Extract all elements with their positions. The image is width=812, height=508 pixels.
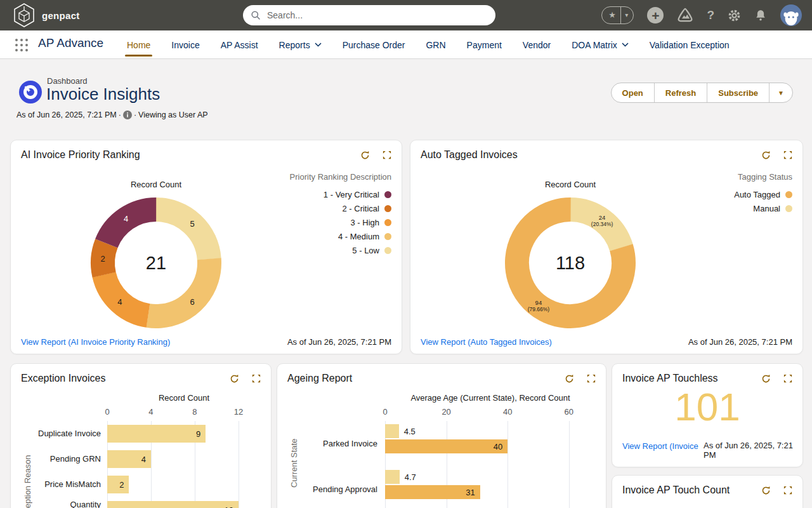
tab-payment[interactable]: Payment [467, 30, 502, 59]
genpact-logo-icon [13, 3, 36, 28]
global-search[interactable] [243, 5, 495, 25]
tab-reports[interactable]: Reports [279, 30, 322, 59]
setup-gear-icon[interactable] [728, 9, 741, 22]
refresh-button[interactable]: Refresh [654, 83, 707, 102]
widget-asof: As of Jun 26, 2025, 7:21 PM [704, 441, 796, 460]
app-launcher-icon[interactable] [14, 37, 29, 53]
expand-icon[interactable] [783, 150, 792, 159]
bar-chart: Current State Average Age (Current State… [287, 393, 596, 508]
bar-plot-zone: 9 [107, 421, 261, 446]
x-axis-tick-label: 60 [565, 407, 573, 417]
legend-dot [785, 191, 792, 198]
global-actions-icon[interactable]: + [647, 7, 664, 23]
dashboard-asof-line: As of Jun 26, 2025, 7:21 PM · · Viewing … [16, 110, 208, 119]
tab-purchase-order[interactable]: Purchase Order [343, 30, 405, 59]
bar-plot-zone: 4.731 [385, 467, 596, 508]
donut-segment-label: 4 [117, 297, 122, 307]
dashboard-actions: Open Refresh Subscribe ▼ [611, 83, 793, 103]
brand: genpact [13, 3, 80, 28]
refresh-icon[interactable] [761, 486, 771, 495]
legend-dot [384, 191, 391, 198]
bar-row: Pending GRN4 [34, 446, 261, 472]
bar[interactable] [107, 425, 206, 443]
refresh-icon[interactable] [761, 374, 771, 384]
legend-dot [785, 205, 792, 212]
donut-segment-label: 4 [124, 214, 128, 224]
x-axis-tick-label: 40 [503, 407, 512, 417]
view-report-link[interactable]: View Report (Invoice … [622, 441, 700, 451]
legend-dot [384, 205, 391, 212]
user-avatar[interactable] [780, 4, 802, 26]
bar-plot-zone: 4.540 [385, 421, 596, 467]
donut-segment-label: (79.66%) [528, 306, 550, 312]
legend-label: Auto Tagged [734, 190, 780, 199]
refresh-icon[interactable] [230, 374, 239, 384]
tab-validation-exception[interactable]: Validation Exception [650, 30, 730, 59]
donut-center-total: 21 [146, 253, 166, 273]
card-invoice-ap-touch-count: Invoice AP Touch Count [612, 475, 803, 508]
donut-chart: 24(20.34%)94(79.66%)118 [501, 194, 639, 332]
viewing-as-text: Viewing as User AP [138, 110, 208, 119]
expand-icon[interactable] [783, 374, 792, 383]
legend-label: 1 - Very Critical [324, 190, 379, 199]
bar-category-label: Price MisMatch [34, 472, 101, 497]
bar[interactable] [385, 424, 399, 438]
x-axis-tick-label: 0 [105, 407, 109, 417]
widget-asof: As of Jun 26, 2025, 7:21 PM [688, 337, 792, 347]
donut-segment-label: 94 [535, 299, 542, 306]
search-input[interactable] [266, 10, 488, 21]
card-ai-invoice-priority-ranking: AI Invoice Priority Ranking Record Count… [10, 140, 402, 354]
tab-doa-matrix[interactable]: DOA Matrix [572, 30, 629, 59]
notifications-bell-icon[interactable] [754, 9, 767, 22]
x-axis: 04812 [107, 406, 261, 421]
donut-segment-label: 5 [190, 219, 195, 229]
bar-value-label: 40 [494, 442, 502, 451]
open-button[interactable]: Open [612, 83, 654, 102]
expand-icon[interactable] [587, 374, 596, 383]
tab-ap-assist[interactable]: AP Assist [221, 30, 258, 59]
expand-icon[interactable] [383, 150, 391, 159]
refresh-icon[interactable] [360, 150, 370, 160]
donut-segment-label: 6 [190, 297, 195, 307]
view-report-link[interactable]: View Report (Auto Tagged Invoices) [421, 337, 552, 347]
favorites-control[interactable]: ★ ▾ [601, 6, 634, 24]
more-actions-button[interactable]: ▼ [769, 83, 792, 102]
bar-plot-zone: 2 [107, 472, 261, 497]
widget-tools [761, 150, 792, 160]
refresh-icon[interactable] [565, 374, 574, 384]
tab-vendor[interactable]: Vendor [523, 30, 551, 59]
tab-home[interactable]: Home [127, 30, 150, 59]
widget-asof: As of Jun 26, 2025, 7:21 PM [287, 337, 391, 347]
bar-track: 9 [107, 425, 261, 443]
view-report-link[interactable]: View Report (AI Invoice Priority Ranking… [21, 337, 170, 347]
widget-tools [230, 374, 261, 384]
bar[interactable] [107, 501, 239, 508]
search-icon [251, 10, 261, 20]
x-axis-tick-label: 8 [192, 407, 197, 417]
subscribe-button[interactable]: Subscribe [707, 83, 769, 102]
favorites-star-icon[interactable]: ★ [602, 7, 620, 23]
tab-invoice[interactable]: Invoice [171, 30, 199, 59]
bar-row: Duplicate Invoice9 [34, 421, 261, 446]
bar-value-label: 31 [466, 488, 475, 497]
favorites-dropdown-icon[interactable]: ▾ [621, 7, 633, 23]
bar-row: Parked Invoice4.540 [300, 421, 596, 467]
bar[interactable] [385, 470, 400, 484]
tab-label: Reports [279, 40, 310, 50]
widget-tools [360, 150, 391, 160]
donut-segment-label: (20.34%) [591, 221, 613, 227]
widget-title: AI Invoice Priority Ranking [21, 149, 140, 161]
donut-segment-label: 24 [599, 214, 606, 221]
y-axis-label: Current State [287, 393, 300, 508]
help-icon[interactable]: ? [707, 8, 714, 22]
guidance-center-icon[interactable] [677, 7, 693, 23]
app-navigation: AP Advance Home Invoice AP Assist Report… [0, 30, 812, 59]
tab-grn[interactable]: GRN [426, 30, 445, 59]
bar[interactable] [107, 476, 129, 493]
bar[interactable] [385, 439, 508, 453]
refresh-icon[interactable] [761, 150, 771, 160]
expand-icon[interactable] [783, 486, 792, 495]
info-icon[interactable] [123, 110, 132, 119]
expand-icon[interactable] [252, 374, 261, 383]
x-axis-tick-label: 0 [383, 407, 387, 417]
